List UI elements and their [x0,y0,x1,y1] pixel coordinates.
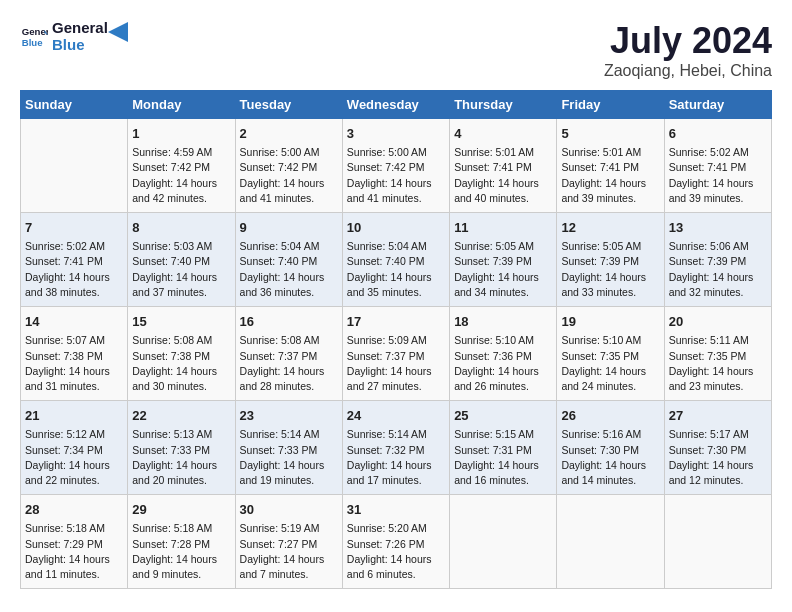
col-header-wednesday: Wednesday [342,91,449,119]
title-area: July 2024 Zaoqiang, Hebei, China [604,20,772,80]
day-number: 27 [669,407,767,425]
day-number: 9 [240,219,338,237]
cell-3-5: 18Sunrise: 5:10 AMSunset: 7:36 PMDayligh… [450,307,557,401]
day-number: 30 [240,501,338,519]
day-number: 29 [132,501,230,519]
day-number: 5 [561,125,659,143]
cell-4-6: 26Sunrise: 5:16 AMSunset: 7:30 PMDayligh… [557,401,664,495]
cell-5-7 [664,495,771,589]
cell-5-4: 31Sunrise: 5:20 AMSunset: 7:26 PMDayligh… [342,495,449,589]
cell-4-4: 24Sunrise: 5:14 AMSunset: 7:32 PMDayligh… [342,401,449,495]
cell-2-1: 7Sunrise: 5:02 AMSunset: 7:41 PMDaylight… [21,213,128,307]
day-info: Sunrise: 5:15 AMSunset: 7:31 PMDaylight:… [454,427,552,488]
day-number: 7 [25,219,123,237]
cell-5-3: 30Sunrise: 5:19 AMSunset: 7:27 PMDayligh… [235,495,342,589]
day-number: 18 [454,313,552,331]
day-info: Sunrise: 4:59 AMSunset: 7:42 PMDaylight:… [132,145,230,206]
day-number: 2 [240,125,338,143]
header-row: SundayMondayTuesdayWednesdayThursdayFrid… [21,91,772,119]
day-number: 8 [132,219,230,237]
cell-1-2: 1Sunrise: 4:59 AMSunset: 7:42 PMDaylight… [128,119,235,213]
day-info: Sunrise: 5:09 AMSunset: 7:37 PMDaylight:… [347,333,445,394]
day-number: 24 [347,407,445,425]
cell-1-4: 3Sunrise: 5:00 AMSunset: 7:42 PMDaylight… [342,119,449,213]
day-number: 21 [25,407,123,425]
cell-2-3: 9Sunrise: 5:04 AMSunset: 7:40 PMDaylight… [235,213,342,307]
day-number: 23 [240,407,338,425]
cell-1-7: 6Sunrise: 5:02 AMSunset: 7:41 PMDaylight… [664,119,771,213]
cell-3-1: 14Sunrise: 5:07 AMSunset: 7:38 PMDayligh… [21,307,128,401]
cell-2-4: 10Sunrise: 5:04 AMSunset: 7:40 PMDayligh… [342,213,449,307]
day-number: 20 [669,313,767,331]
day-info: Sunrise: 5:02 AMSunset: 7:41 PMDaylight:… [25,239,123,300]
cell-3-3: 16Sunrise: 5:08 AMSunset: 7:37 PMDayligh… [235,307,342,401]
cell-3-4: 17Sunrise: 5:09 AMSunset: 7:37 PMDayligh… [342,307,449,401]
day-info: Sunrise: 5:08 AMSunset: 7:38 PMDaylight:… [132,333,230,394]
week-row-1: 1Sunrise: 4:59 AMSunset: 7:42 PMDaylight… [21,119,772,213]
cell-3-6: 19Sunrise: 5:10 AMSunset: 7:35 PMDayligh… [557,307,664,401]
day-info: Sunrise: 5:01 AMSunset: 7:41 PMDaylight:… [561,145,659,206]
day-info: Sunrise: 5:00 AMSunset: 7:42 PMDaylight:… [240,145,338,206]
week-row-4: 21Sunrise: 5:12 AMSunset: 7:34 PMDayligh… [21,401,772,495]
day-number: 22 [132,407,230,425]
cell-5-1: 28Sunrise: 5:18 AMSunset: 7:29 PMDayligh… [21,495,128,589]
day-info: Sunrise: 5:04 AMSunset: 7:40 PMDaylight:… [240,239,338,300]
day-info: Sunrise: 5:02 AMSunset: 7:41 PMDaylight:… [669,145,767,206]
main-title: July 2024 [604,20,772,62]
col-header-thursday: Thursday [450,91,557,119]
week-row-5: 28Sunrise: 5:18 AMSunset: 7:29 PMDayligh… [21,495,772,589]
svg-marker-4 [108,22,128,42]
day-info: Sunrise: 5:13 AMSunset: 7:33 PMDaylight:… [132,427,230,488]
day-info: Sunrise: 5:14 AMSunset: 7:32 PMDaylight:… [347,427,445,488]
day-info: Sunrise: 5:14 AMSunset: 7:33 PMDaylight:… [240,427,338,488]
day-info: Sunrise: 5:20 AMSunset: 7:26 PMDaylight:… [347,521,445,582]
day-number: 25 [454,407,552,425]
logo-blue: Blue [52,37,108,54]
header: General Blue General Blue July 2024 Zaoq… [20,20,772,80]
logo-arrow-icon [108,22,128,42]
cell-1-3: 2Sunrise: 5:00 AMSunset: 7:42 PMDaylight… [235,119,342,213]
week-row-3: 14Sunrise: 5:07 AMSunset: 7:38 PMDayligh… [21,307,772,401]
cell-4-3: 23Sunrise: 5:14 AMSunset: 7:33 PMDayligh… [235,401,342,495]
col-header-sunday: Sunday [21,91,128,119]
calendar-table: SundayMondayTuesdayWednesdayThursdayFrid… [20,90,772,589]
cell-3-7: 20Sunrise: 5:11 AMSunset: 7:35 PMDayligh… [664,307,771,401]
day-number: 28 [25,501,123,519]
day-info: Sunrise: 5:16 AMSunset: 7:30 PMDaylight:… [561,427,659,488]
day-number: 12 [561,219,659,237]
svg-text:Blue: Blue [22,36,43,47]
day-number: 19 [561,313,659,331]
col-header-saturday: Saturday [664,91,771,119]
day-info: Sunrise: 5:01 AMSunset: 7:41 PMDaylight:… [454,145,552,206]
day-info: Sunrise: 5:17 AMSunset: 7:30 PMDaylight:… [669,427,767,488]
cell-4-7: 27Sunrise: 5:17 AMSunset: 7:30 PMDayligh… [664,401,771,495]
col-header-tuesday: Tuesday [235,91,342,119]
day-number: 13 [669,219,767,237]
day-info: Sunrise: 5:05 AMSunset: 7:39 PMDaylight:… [561,239,659,300]
day-info: Sunrise: 5:06 AMSunset: 7:39 PMDaylight:… [669,239,767,300]
week-row-2: 7Sunrise: 5:02 AMSunset: 7:41 PMDaylight… [21,213,772,307]
cell-1-5: 4Sunrise: 5:01 AMSunset: 7:41 PMDaylight… [450,119,557,213]
cell-4-2: 22Sunrise: 5:13 AMSunset: 7:33 PMDayligh… [128,401,235,495]
cell-2-7: 13Sunrise: 5:06 AMSunset: 7:39 PMDayligh… [664,213,771,307]
col-header-friday: Friday [557,91,664,119]
cell-5-5 [450,495,557,589]
cell-2-5: 11Sunrise: 5:05 AMSunset: 7:39 PMDayligh… [450,213,557,307]
day-info: Sunrise: 5:10 AMSunset: 7:36 PMDaylight:… [454,333,552,394]
day-info: Sunrise: 5:18 AMSunset: 7:29 PMDaylight:… [25,521,123,582]
day-info: Sunrise: 5:00 AMSunset: 7:42 PMDaylight:… [347,145,445,206]
day-info: Sunrise: 5:11 AMSunset: 7:35 PMDaylight:… [669,333,767,394]
day-number: 16 [240,313,338,331]
subtitle: Zaoqiang, Hebei, China [604,62,772,80]
day-info: Sunrise: 5:04 AMSunset: 7:40 PMDaylight:… [347,239,445,300]
day-number: 6 [669,125,767,143]
cell-4-5: 25Sunrise: 5:15 AMSunset: 7:31 PMDayligh… [450,401,557,495]
day-number: 14 [25,313,123,331]
cell-4-1: 21Sunrise: 5:12 AMSunset: 7:34 PMDayligh… [21,401,128,495]
day-number: 4 [454,125,552,143]
day-info: Sunrise: 5:18 AMSunset: 7:28 PMDaylight:… [132,521,230,582]
day-info: Sunrise: 5:07 AMSunset: 7:38 PMDaylight:… [25,333,123,394]
day-number: 3 [347,125,445,143]
day-info: Sunrise: 5:19 AMSunset: 7:27 PMDaylight:… [240,521,338,582]
cell-5-2: 29Sunrise: 5:18 AMSunset: 7:28 PMDayligh… [128,495,235,589]
